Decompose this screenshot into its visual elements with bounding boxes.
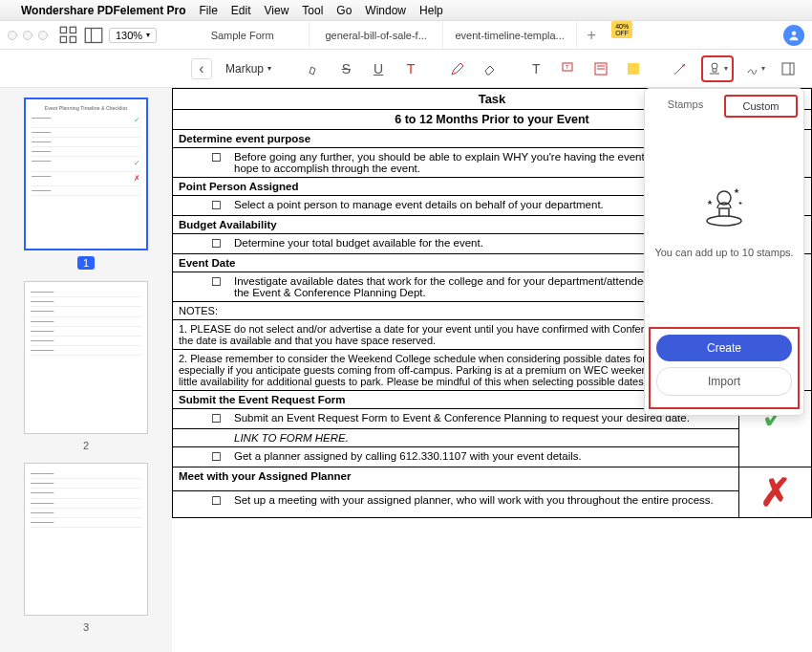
stamp-panel: Stamps Custom You can add up to 10 stamp… (644, 88, 804, 416)
pencil-tool-icon[interactable] (447, 55, 468, 82)
menu-edit[interactable]: Edit (231, 4, 251, 17)
svg-rect-3 (70, 36, 75, 42)
page-thumbnail-1[interactable]: Event Planning Timeline & Checklist ━━━━… (24, 98, 148, 250)
zoom-selector[interactable]: 130%▾ (109, 28, 157, 43)
underline-tool-icon[interactable]: U (368, 55, 389, 82)
menu-file[interactable]: File (200, 4, 218, 17)
panel-toggle-icon[interactable] (778, 55, 799, 82)
page-thumbnail-2[interactable]: ━━━━━━━━━━━━━━━━━━━━━━━━ ━━━━━━━━━━━━━━━… (24, 281, 148, 434)
add-tab-button[interactable]: + (577, 21, 606, 49)
page-number-3: 3 (10, 621, 162, 633)
user-avatar-icon[interactable] (783, 25, 804, 46)
promo-badge[interactable]: 40%OFF (611, 21, 632, 38)
svg-point-18 (707, 216, 741, 226)
svg-text:T: T (566, 64, 569, 70)
system-menubar: Wondershare PDFelement Pro File Edit Vie… (0, 0, 812, 21)
signature-tool-icon[interactable]: ▾ (745, 55, 766, 82)
create-stamp-button[interactable]: Create (656, 335, 792, 361)
svg-rect-4 (85, 28, 102, 42)
tab-bill-of-sale[interactable]: general-bill-of-sale-f... (310, 21, 443, 49)
stamp-empty-message: You can add up to 10 stamps. (654, 246, 794, 260)
svg-rect-16 (782, 63, 794, 75)
markup-dropdown[interactable]: Markup▾ (220, 60, 277, 77)
page-thumbnail-3[interactable]: ━━━━━━━━━━━━━━━━━━━━━━━━ ━━━━━━━━━━━━━━━… (24, 463, 148, 616)
window-controls[interactable] (8, 31, 48, 40)
document-tabs: Sample Form general-bill-of-sale-f... ev… (176, 21, 783, 49)
thumbnails-toggle-icon[interactable] (59, 26, 78, 45)
tab-sample-form[interactable]: Sample Form (176, 21, 310, 49)
section-meet-planner: Meet with your Assigned Planner (173, 467, 739, 491)
back-button[interactable]: ‹ (191, 58, 212, 79)
markup-toolbar: ‹ Markup▾ S U T T T ▾ ▾ (0, 50, 812, 88)
page-number-1: 1 (77, 256, 95, 270)
eraser-tool-icon[interactable] (480, 55, 501, 82)
arrow-tool-icon[interactable] (670, 55, 691, 82)
menu-view[interactable]: View (265, 4, 289, 17)
view-mode-icon[interactable] (84, 26, 103, 45)
note-tool-icon[interactable] (590, 55, 611, 82)
menu-go[interactable]: Go (336, 4, 352, 17)
svg-point-6 (792, 31, 797, 35)
callout-tool-icon[interactable]: T (558, 55, 579, 82)
svg-rect-1 (60, 36, 66, 42)
menu-tool[interactable]: Tool (302, 4, 323, 17)
sticky-note-tool-icon[interactable] (623, 55, 644, 82)
menu-help[interactable]: Help (419, 4, 443, 17)
highlight-tool-icon[interactable] (304, 55, 325, 82)
stamp-empty-icon (700, 181, 748, 228)
stamps-tab[interactable]: Stamps (651, 95, 720, 118)
svg-rect-2 (70, 27, 75, 33)
textbox-tool-icon[interactable]: T (525, 55, 546, 82)
menu-window[interactable]: Window (365, 4, 406, 17)
app-name[interactable]: Wondershare PDFelement Pro (21, 4, 186, 17)
thumbnails-sidebar: Event Planning Timeline & Checklist ━━━━… (0, 88, 172, 652)
titlebar: 130%▾ Sample Form general-bill-of-sale-f… (0, 21, 812, 50)
text-tool-icon[interactable]: T (400, 55, 421, 82)
import-stamp-button[interactable]: Import (656, 367, 792, 396)
strikethrough-tool-icon[interactable]: S (335, 55, 356, 82)
tab-event-timeline[interactable]: event-timeline-templa... (443, 21, 577, 49)
svg-rect-0 (60, 27, 66, 33)
custom-tab[interactable]: Custom (724, 95, 798, 118)
x-mark-icon: ✗ (759, 471, 792, 513)
svg-point-14 (712, 63, 717, 69)
page-number-2: 2 (10, 440, 162, 451)
stamp-tool-icon[interactable]: ▾ (701, 55, 734, 82)
svg-rect-12 (628, 63, 639, 75)
